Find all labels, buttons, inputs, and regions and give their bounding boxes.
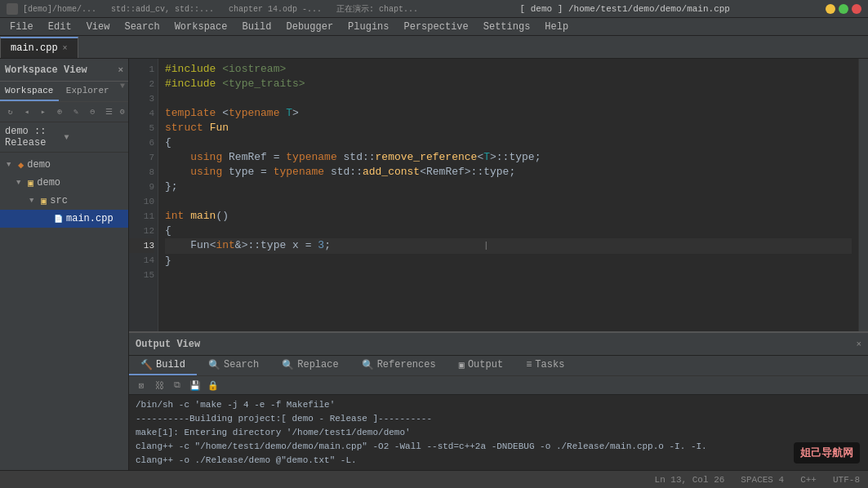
menu-plugins[interactable]: Plugins xyxy=(341,20,395,34)
tasks-icon: ≡ xyxy=(526,359,532,370)
output-line-5: clang++ -o ./Release/demo @"demo.txt" -L… xyxy=(136,454,861,468)
menu-edit[interactable]: Edit xyxy=(42,20,78,34)
line-num-3: 3 xyxy=(129,91,154,106)
content-area: Workspace View × Workspace Explorer ▼ ↻ … xyxy=(0,59,868,470)
tree-label: demo xyxy=(37,177,60,189)
code-editor[interactable]: #include <iostream> #include <type_trait… xyxy=(158,59,858,331)
project-selector[interactable]: demo :: Release ▼ xyxy=(0,122,128,153)
sidebar-tab-explorer[interactable]: Explorer xyxy=(59,82,118,101)
line-num-7: 7 xyxy=(129,150,154,165)
tab-label: Build xyxy=(156,359,185,370)
output-icon: ▣ xyxy=(459,359,465,371)
bottom-tabs: 🔨 Build 🔍 Search 🔍 Replace 🔍 References xyxy=(129,356,868,376)
sidebar-tab-workspace[interactable]: Workspace xyxy=(0,82,59,101)
editor-area: 1 2 3 4 5 6 7 8 9 10 11 12 13 14 15 xyxy=(129,59,868,470)
project-selector-arrow: ▼ xyxy=(65,133,124,142)
maximize-button[interactable] xyxy=(839,4,848,14)
build-icon: 🔨 xyxy=(140,359,153,371)
output-line-1: /bin/sh -c 'make -j 4 -e -f Makefile' xyxy=(136,398,861,412)
line-numbers: 1 2 3 4 5 6 7 8 9 10 11 12 13 14 15 xyxy=(129,59,158,331)
sidebar-btn-add[interactable]: ⊕ xyxy=(52,104,66,119)
tree-folder-icon: ◆ xyxy=(18,159,24,171)
copy-button[interactable]: ⧉ xyxy=(170,378,185,393)
tree-item-demo-root[interactable]: ▼ ◆ demo xyxy=(0,156,128,174)
bottom-tab-output[interactable]: ▣ Output xyxy=(447,356,514,375)
tree-item-demo-folder[interactable]: ▼ ▣ demo xyxy=(0,174,128,192)
link-button[interactable]: ⛓ xyxy=(152,378,167,393)
bottom-tab-replace[interactable]: 🔍 Replace xyxy=(270,356,349,375)
tree-label: demo xyxy=(27,159,51,171)
sidebar-btn-refresh[interactable]: ↻ xyxy=(3,104,17,119)
sidebar-btn-extra[interactable]: ⚙ xyxy=(120,107,125,117)
save-output-button[interactable]: 💾 xyxy=(188,378,203,393)
tab-label: main.cpp xyxy=(11,42,58,54)
bottom-panel-header: Output View × xyxy=(129,333,868,356)
sidebar-close-button[interactable]: × xyxy=(118,65,123,75)
close-button[interactable] xyxy=(852,4,861,14)
sidebar-btn-back[interactable]: ◂ xyxy=(20,104,33,119)
tree-label: src xyxy=(50,195,68,206)
bottom-tab-search[interactable]: 🔍 Search xyxy=(197,356,270,375)
status-position: Ln 13, Col 26 xyxy=(655,475,725,485)
line-num-15: 15 xyxy=(129,268,154,282)
scroll-indicator[interactable] xyxy=(858,59,868,331)
tab-label: Search xyxy=(224,359,259,370)
tree-file-icon: 📄 xyxy=(54,215,63,224)
replace-icon: 🔍 xyxy=(282,359,294,371)
title-bar: [demo]/home/... std::add_cv, std::... ch… xyxy=(0,0,868,18)
tab-label: Output xyxy=(468,359,503,370)
sidebar-tab-arrow[interactable]: ▼ xyxy=(117,82,128,101)
bottom-tab-build[interactable]: 🔨 Build xyxy=(129,356,197,375)
line-num-4: 4 xyxy=(129,106,154,121)
output-line-4: clang++ -c "/home/test1/demo/demo/main.c… xyxy=(136,440,861,454)
tree-arrow: ▼ xyxy=(7,161,15,169)
sidebar: Workspace View × Workspace Explorer ▼ ↻ … xyxy=(0,59,129,470)
tree-item-src[interactable]: ▼ ▣ src xyxy=(0,192,128,210)
sidebar-btn-edit[interactable]: ✎ xyxy=(69,104,83,119)
tab-label: Replace xyxy=(297,359,338,370)
menu-file[interactable]: File xyxy=(3,20,40,34)
minimize-button[interactable] xyxy=(826,4,835,14)
line-num-13: 13 xyxy=(129,238,154,253)
menu-view[interactable]: View xyxy=(80,20,117,34)
output-line-3: make[1]: Entering directory '/home/test1… xyxy=(136,426,861,440)
references-icon: 🔍 xyxy=(362,359,374,371)
menu-debugger[interactable]: Debugger xyxy=(279,20,340,34)
output-content[interactable]: /bin/sh -c 'make -j 4 -e -f Makefile' --… xyxy=(129,395,868,470)
status-bar: Ln 13, Col 26 SPACES 4 C++ UTF-8 xyxy=(0,470,868,488)
bottom-panel: Output View × 🔨 Build 🔍 Search 🔍 Replace xyxy=(129,331,868,470)
bottom-panel-close[interactable]: × xyxy=(856,339,861,349)
tab-label: References xyxy=(377,359,436,370)
sidebar-btn-remove[interactable]: ⊖ xyxy=(86,104,100,119)
menu-bar: File Edit View Search Workspace Build De… xyxy=(0,18,868,36)
sidebar-btn-menu[interactable]: ☰ xyxy=(102,104,116,119)
line-num-5: 5 xyxy=(129,121,154,135)
sidebar-toolbar: ↻ ◂ ▸ ⊕ ✎ ⊖ ☰ ⚙ xyxy=(0,102,128,122)
line-num-9: 9 xyxy=(129,180,154,194)
tab-close-button[interactable]: × xyxy=(63,44,68,53)
editor-tab-main-cpp[interactable]: main.cpp × xyxy=(0,37,78,58)
editor-content[interactable]: 1 2 3 4 5 6 7 8 9 10 11 12 13 14 15 xyxy=(129,59,868,331)
file-tree: ▼ ◆ demo ▼ ▣ demo ▼ ▣ src 📄 main. xyxy=(0,153,128,470)
sidebar-btn-forward[interactable]: ▸ xyxy=(36,104,50,119)
editor-tabs-bar: main.cpp × xyxy=(0,36,868,59)
scroll-lock-button[interactable]: 🔒 xyxy=(206,378,220,393)
line-num-11: 11 xyxy=(129,209,154,224)
window-title: [ demo ] /home/test1/demo/demo/main.cpp xyxy=(425,4,826,14)
tree-item-main-cpp[interactable]: 📄 main.cpp xyxy=(0,210,128,228)
menu-help[interactable]: Help xyxy=(538,20,575,34)
menu-perspective[interactable]: Perspective xyxy=(398,20,475,34)
bottom-tab-tasks[interactable]: ≡ Tasks xyxy=(514,356,576,375)
project-name: demo :: Release xyxy=(5,126,65,149)
menu-search[interactable]: Search xyxy=(118,20,166,34)
tab-label: Tasks xyxy=(535,359,564,370)
line-num-10: 10 xyxy=(129,194,154,209)
clear-button[interactable]: ⊠ xyxy=(134,378,149,393)
menu-workspace[interactable]: Workspace xyxy=(168,20,234,34)
menu-settings[interactable]: Settings xyxy=(477,20,537,34)
line-num-8: 8 xyxy=(129,165,154,180)
menu-build[interactable]: Build xyxy=(235,20,278,34)
tree-folder-icon: ▣ xyxy=(41,195,47,207)
bottom-tab-references[interactable]: 🔍 References xyxy=(350,356,447,375)
sidebar-tabs: Workspace Explorer ▼ xyxy=(0,82,128,102)
